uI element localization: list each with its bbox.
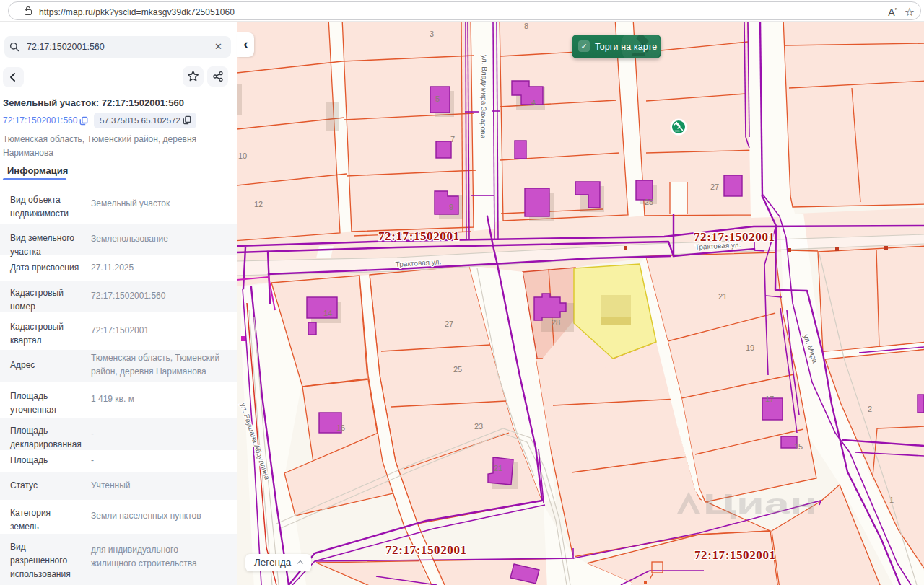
svg-text:4: 4: [531, 98, 536, 107]
svg-text:1: 1: [889, 496, 894, 504]
svg-text:9: 9: [449, 203, 453, 211]
svg-text:19: 19: [746, 343, 754, 352]
svg-text:28: 28: [552, 318, 560, 327]
svg-text:ул. Владимира Захарова: ул. Владимира Захарова: [479, 55, 489, 139]
svg-text:23: 23: [474, 422, 483, 431]
svg-text:12: 12: [254, 200, 263, 208]
svg-text:17: 17: [765, 395, 774, 403]
svg-text:14: 14: [323, 309, 332, 317]
svg-text:25: 25: [645, 198, 653, 206]
svg-text:72:17:1502001: 72:17:1502001: [378, 229, 460, 243]
svg-text:8: 8: [524, 22, 528, 30]
svg-text:21: 21: [718, 292, 727, 301]
svg-text:2: 2: [868, 405, 872, 413]
svg-text:Циан: Циан: [703, 489, 817, 519]
svg-text:5: 5: [435, 94, 440, 103]
svg-text:3: 3: [430, 30, 434, 38]
svg-text:16: 16: [336, 423, 345, 432]
svg-text:27: 27: [445, 320, 453, 328]
svg-text:7: 7: [450, 135, 455, 144]
svg-text:72:17:1502001: 72:17:1502001: [694, 230, 775, 244]
svg-text:72:17:1502001: 72:17:1502001: [694, 548, 776, 562]
svg-text:15: 15: [794, 442, 803, 451]
svg-text:72:17:1502001: 72:17:1502001: [385, 543, 467, 557]
svg-text:21: 21: [494, 464, 502, 472]
svg-text:27: 27: [710, 182, 719, 191]
svg-text:25: 25: [453, 365, 462, 374]
svg-text:10: 10: [238, 151, 247, 160]
